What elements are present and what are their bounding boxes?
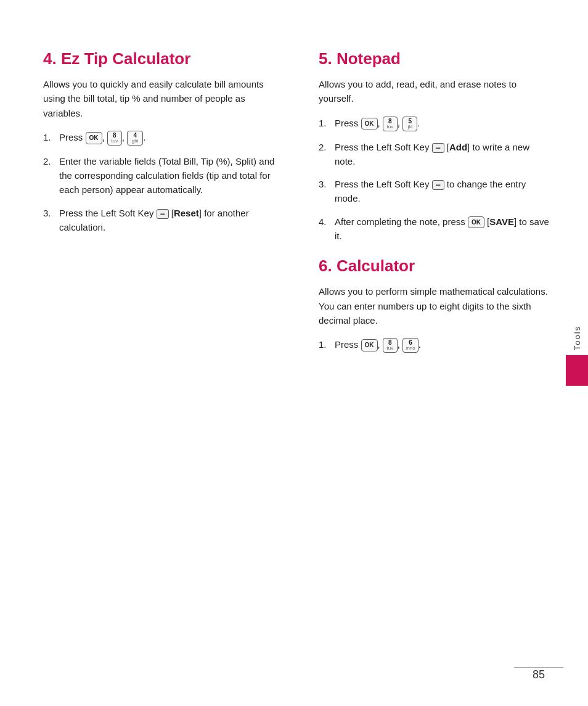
step-text: Press the Left Soft Key − to change the … [335, 177, 551, 206]
step-num: 3. [319, 177, 332, 191]
soft-key-icon: − [157, 209, 169, 219]
left-column: 4. Ez Tip Calculator Allows you to quick… [43, 49, 288, 669]
section-4-step-1: 1. Press OK, 8tuv, 4ghi. [43, 130, 276, 146]
key-5jkl: 5jkl [402, 117, 417, 131]
step-num: 2. [319, 140, 332, 154]
key-8tuv: 8tuv [107, 131, 122, 146]
step-num: 1. [319, 337, 332, 351]
section-4-step-2: 2. Enter the variable fields (Total Bill… [43, 154, 276, 197]
step-text: Press OK, 8tuv, 6mno. [335, 337, 551, 353]
right-column: 5. Notepad Allows you to add, read, edit… [312, 49, 551, 669]
soft-key-icon: − [432, 143, 444, 153]
section-5-title: 5. Notepad [319, 49, 551, 68]
section-5: 5. Notepad Allows you to add, read, edit… [319, 49, 551, 243]
step-num: 1. [319, 116, 332, 130]
page-content: 4. Ez Tip Calculator Allows you to quick… [0, 0, 588, 706]
step-num: 4. [319, 215, 332, 229]
key-ok: OK [361, 118, 378, 130]
section-5-description: Allows you to add, read, edit, and erase… [319, 77, 551, 106]
section-5-step-3: 3. Press the Left Soft Key − to change t… [319, 177, 551, 206]
side-tab-label: Tools [569, 320, 586, 355]
save-label: SAVE [489, 216, 514, 227]
key-8tuv: 8tuv [383, 117, 398, 131]
section-5-step-2: 2. Press the Left Soft Key − [Add] to wr… [319, 140, 551, 169]
section-6: 6. Calculator Allows you to perform simp… [319, 257, 551, 353]
section-5-step-1: 1. Press OK, 8tuv, 5jkl. [319, 116, 551, 131]
step-num: 1. [43, 130, 57, 144]
section-5-step-4: 4. After completing the note, press OK [… [319, 215, 551, 244]
page-number-line [514, 667, 563, 668]
reset-label: Reset [174, 208, 199, 218]
step-text: Press OK, 8tuv, 5jkl. [335, 116, 551, 131]
section-4-title: 4. Ez Tip Calculator [43, 49, 276, 68]
side-tab: Tools [566, 320, 588, 385]
section-4-step-3: 3. Press the Left Soft Key − [Reset] for… [43, 206, 276, 235]
key-ok: OK [86, 132, 102, 144]
page-number: 85 [533, 668, 545, 681]
section-4: 4. Ez Tip Calculator Allows you to quick… [43, 49, 276, 234]
soft-key-icon: − [432, 180, 444, 190]
key-4ghi: 4ghi [127, 131, 143, 146]
step-num: 3. [43, 206, 57, 220]
step-text: Press OK, 8tuv, 4ghi. [59, 130, 276, 146]
section-4-description: Allows you to quickly and easily calcula… [43, 77, 276, 120]
step-text: Press the Left Soft Key − [Add] to write… [335, 140, 551, 169]
step-text: After completing the note, press OK [SAV… [335, 215, 551, 244]
step-num: 2. [43, 154, 57, 168]
key-ok: OK [468, 216, 484, 229]
key-6mno: 6mno [402, 338, 419, 353]
section-6-step-1: 1. Press OK, 8tuv, 6mno. [319, 337, 551, 353]
key-8tuv: 8tuv [383, 338, 398, 353]
section-6-description: Allows you to perform simple mathematica… [319, 284, 551, 327]
side-tab-bar [566, 355, 588, 386]
section-6-title: 6. Calculator [319, 257, 551, 276]
step-text: Press the Left Soft Key − [Reset] for an… [59, 206, 276, 235]
key-ok: OK [361, 339, 378, 351]
step-text: Enter the variable fields (Total Bill, T… [59, 154, 276, 197]
add-label: Add [449, 142, 467, 152]
